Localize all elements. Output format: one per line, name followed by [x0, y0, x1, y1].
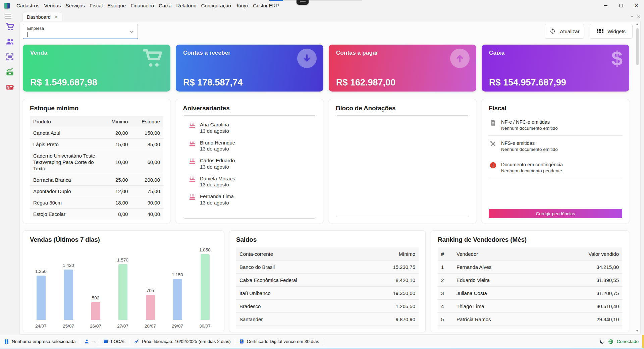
fiscal-item-nfe[interactable]: NF-e / NFC-e emitidasNenhum documento em…: [489, 115, 622, 136]
cell: 10,00: [99, 157, 131, 168]
fiscal-item-contingencia[interactable]: Documento em contingênciaNenhum document…: [489, 157, 622, 178]
sidebar-barcode-icon[interactable]: [5, 52, 14, 61]
chart-bar-group: 1.150: [168, 272, 186, 320]
sidebar-money-chart-icon[interactable]: [5, 67, 14, 76]
cell: 20,00: [99, 127, 131, 138]
empresa-combobox[interactable]: Empresa: [23, 24, 138, 39]
menu-financeiro[interactable]: Financeiro: [128, 0, 156, 11]
notes-textarea[interactable]: [336, 115, 469, 217]
table-row[interactable]: 3Juliana Costa31.200,75: [438, 286, 622, 299]
table-row[interactable]: Caneta Azul20,00150,00: [30, 127, 163, 138]
cell: 25,00: [99, 174, 131, 185]
sidebar-users-icon[interactable]: [5, 37, 14, 46]
menu-servicos[interactable]: Serviços: [63, 0, 87, 11]
table-row[interactable]: Lápis Preto15,0085,00: [30, 138, 163, 150]
aniversariante-date: 13 de agosto: [200, 146, 235, 152]
bar-value-label: 1.570: [117, 257, 128, 263]
fiscal-item-nfse[interactable]: NFS-e emitidasNenhum documento emitido: [489, 136, 622, 157]
chart-bar-group: 502: [87, 295, 105, 320]
chart-x-label: 27/07: [114, 324, 132, 329]
menu-relatorio[interactable]: Relatório: [174, 0, 199, 11]
cell: 75,00: [131, 186, 163, 197]
menu-cadastros[interactable]: Cadastros: [14, 0, 42, 11]
fiscal-item-subtitle: Nenhum documento pendente: [501, 168, 563, 174]
tabstrip: Dashboard ✕: [0, 11, 644, 21]
chart-bar: [118, 264, 127, 320]
restore-button[interactable]: [613, 0, 629, 11]
col-minimo: Mínimo: [357, 247, 419, 260]
close-all-icon[interactable]: [637, 15, 641, 18]
minimize-button[interactable]: [598, 0, 613, 11]
list-item[interactable]: Fernanda Lima13 de agosto: [183, 191, 316, 209]
chart-bar: [173, 279, 182, 320]
table-row[interactable]: 1Fernanda Alves34.215,80: [438, 260, 622, 273]
aniversariante-name: Carlos Eduardo: [200, 158, 235, 164]
kpi-title: Venda: [30, 50, 47, 56]
bar-value-label: 1.250: [35, 269, 47, 274]
certificate-icon: [239, 339, 244, 344]
status-conexao-label: Conectado: [617, 339, 639, 344]
table-row[interactable]: Caderno Universitário Teste TextWraping …: [30, 150, 163, 174]
status-right: Conectado: [599, 339, 644, 344]
cell: Banco do Brasil: [236, 260, 357, 273]
table-row[interactable]: 5Patrícia Ramos29.340,10: [438, 312, 622, 326]
widgets-button[interactable]: Widgets: [590, 24, 633, 39]
menu-estoque[interactable]: Estoque: [105, 0, 128, 11]
cell: Caneta Azul: [30, 127, 99, 138]
list-item[interactable]: Carlos Eduardo13 de agosto: [183, 155, 316, 173]
corrigir-pendencias-button[interactable]: Corrigir pendências: [489, 209, 622, 218]
list-item[interactable]: Ana Carolina13 de agosto: [183, 119, 316, 137]
list-item[interactable]: Bruno Henrique13 de agosto: [183, 137, 316, 155]
sidebar-cart-icon[interactable]: [5, 22, 14, 31]
kpi-card-venda: Venda R$ 1.549.687,98: [23, 45, 170, 92]
tab-dashboard[interactable]: Dashboard ✕: [22, 12, 62, 21]
list-item[interactable]: Daniela Moraes13 de agosto: [183, 173, 316, 191]
menu-caixa[interactable]: Caixa: [156, 0, 174, 11]
building-icon: [4, 339, 9, 344]
chart-x-label: 28/07: [141, 324, 159, 329]
moon-icon[interactable]: [599, 339, 605, 344]
table-row[interactable]: Estojo Escolar8,0040,00: [30, 208, 163, 220]
close-button[interactable]: ✕: [629, 0, 644, 11]
scroll-up-arrow-icon[interactable]: [636, 23, 639, 25]
status-liberacao: Próx. liberação: 16/02/2025 (em dias 2 d…: [130, 339, 235, 344]
col-vendedor: Vendedor: [453, 247, 567, 260]
status-empresa: Nenhuma empresa selecionada: [0, 339, 80, 344]
table-row[interactable]: Santander9.870,90: [236, 312, 419, 326]
aniversariante-name: Bruno Henrique: [200, 140, 235, 146]
table-row[interactable]: Régua 30cm18,0090,00: [30, 197, 163, 208]
status-usuario: --: [80, 339, 99, 344]
cell: Itaú Unibanco: [236, 287, 357, 299]
table-row[interactable]: Bradesco1.205,50: [236, 299, 419, 312]
atualizar-button[interactable]: Atualizar: [545, 24, 584, 39]
scroll-down-arrow-icon[interactable]: [636, 330, 639, 332]
table-row[interactable]: Banco do Brasil15.230,75: [236, 260, 419, 273]
table-row[interactable]: Apontador Duplo12,0075,00: [30, 185, 163, 197]
card-saldos: Saldos Conta-corrente Mínimo Banco do Br…: [229, 230, 426, 332]
table-row[interactable]: 2Eduardo Vieira31.890,55: [438, 273, 622, 286]
cell: 27.560,30: [567, 326, 622, 329]
cell: 4: [438, 300, 453, 312]
sidebar-money-check-icon[interactable]: $: [5, 82, 14, 92]
table-row[interactable]: Caixa Econômica Federal8.420,10: [236, 273, 419, 286]
cell: 60,00: [131, 157, 163, 168]
menu-configuracao[interactable]: Configuração: [199, 0, 233, 11]
menu-fiscal[interactable]: Fiscal: [87, 0, 105, 11]
cell: 19.350,00: [357, 287, 419, 299]
cell: 5: [438, 313, 453, 326]
vertical-scrollbar[interactable]: [635, 23, 640, 332]
table-row[interactable]: 4Thiago Lima30.510,40: [438, 299, 622, 312]
scrollbar-thumb[interactable]: [636, 28, 639, 65]
aniversariante-date: 13 de agosto: [200, 182, 235, 188]
chevron-down-icon[interactable]: [630, 14, 634, 18]
chevron-down-icon[interactable]: [129, 30, 134, 36]
cell: 15,00: [99, 139, 131, 150]
hamburger-menu-icon[interactable]: [5, 14, 11, 18]
tab-close-icon[interactable]: ✕: [55, 15, 58, 19]
cell: Thiago Lima: [453, 300, 567, 312]
col-rank: #: [438, 247, 453, 260]
menu-vendas[interactable]: Vendas: [42, 0, 63, 11]
table-row[interactable]: Borracha Branca25,00200,00: [30, 174, 163, 185]
cake-icon: [189, 158, 196, 165]
table-row[interactable]: Itaú Unibanco19.350,00: [236, 286, 419, 299]
